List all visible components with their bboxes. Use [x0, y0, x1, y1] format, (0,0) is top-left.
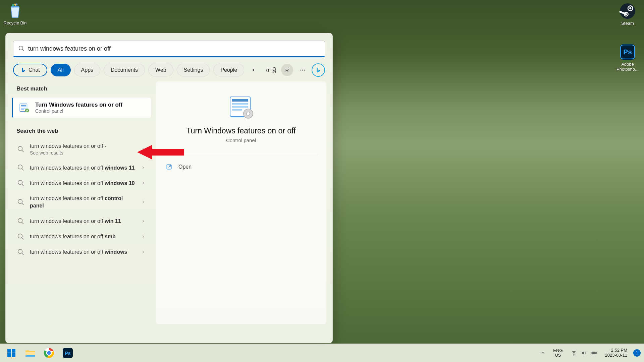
svg-point-24	[18, 165, 22, 169]
search-box[interactable]	[13, 41, 325, 57]
filter-apps[interactable]: Apps	[74, 64, 100, 76]
bing-icon	[20, 67, 26, 73]
control-panel-icon	[18, 102, 30, 113]
svg-line-25	[22, 169, 24, 171]
svg-point-14	[302, 70, 303, 71]
tray-overflow[interactable]	[537, 350, 548, 356]
preview-open-label: Open	[178, 164, 192, 170]
svg-line-33	[22, 237, 24, 239]
start-button[interactable]	[3, 346, 19, 360]
svg-rect-46	[12, 349, 15, 353]
taskbar-clock[interactable]: 2:52 PM 2023-03-11	[602, 348, 631, 358]
svg-point-3	[620, 3, 635, 19]
web-result[interactable]: turn windows features on or off windows …	[12, 175, 151, 191]
svg-rect-20	[21, 109, 24, 110]
photoshop-taskbar-icon: Ps	[62, 347, 73, 359]
wifi-icon	[571, 350, 577, 356]
open-icon	[166, 164, 172, 170]
best-match-result[interactable]: Turn Windows features on or off Control …	[12, 98, 151, 118]
recycle-bin[interactable]: Recycle Bin	[0, 2, 30, 25]
volume-icon	[581, 350, 587, 356]
notifications-badge[interactable]: 1	[633, 349, 641, 357]
filter-chat[interactable]: Chat	[13, 64, 47, 76]
svg-point-12	[273, 68, 276, 70]
start-search-panel: Chat All Apps Documents Web Settings Peo…	[5, 33, 333, 343]
more-options[interactable]	[297, 64, 309, 76]
taskbar-chrome[interactable]	[41, 346, 57, 360]
steam-shortcut[interactable]: Steam	[612, 3, 643, 26]
preview-app-icon	[227, 95, 255, 119]
best-match-title: Turn Windows features on or off	[35, 102, 122, 108]
chevron-right-icon	[141, 181, 146, 185]
web-result[interactable]: turn windows features on or off win 11	[12, 214, 151, 229]
battery-icon	[591, 350, 597, 356]
search-icon	[17, 248, 24, 256]
taskbar-file-explorer[interactable]	[22, 346, 38, 360]
svg-rect-38	[232, 103, 248, 105]
svg-line-35	[22, 253, 24, 255]
web-result[interactable]: turn windows features on or off - See we…	[12, 138, 151, 160]
svg-line-11	[22, 50, 24, 51]
lang-primary: ENG	[553, 348, 562, 353]
search-icon	[17, 164, 24, 171]
filter-more-scroll[interactable]	[248, 64, 260, 76]
lang-secondary: US	[553, 353, 562, 358]
web-result-text: turn windows features on or off windows	[30, 248, 136, 256]
steam-label: Steam	[612, 21, 643, 26]
web-result-text: turn windows features on or off smb	[30, 233, 136, 240]
rewards-badge[interactable]: 0	[266, 67, 278, 73]
filter-web[interactable]: Web	[148, 64, 173, 76]
search-icon	[17, 179, 24, 187]
web-result[interactable]: turn windows features on or off windows …	[12, 160, 151, 175]
web-result-text: turn windows features on or off windows …	[30, 180, 136, 187]
svg-rect-58	[596, 353, 597, 354]
svg-point-30	[18, 218, 22, 223]
filter-documents[interactable]: Documents	[104, 64, 145, 76]
svg-line-29	[22, 203, 24, 205]
web-result[interactable]: turn windows features on or off windows	[12, 244, 151, 260]
svg-rect-47	[7, 353, 11, 357]
svg-point-0	[12, 4, 14, 6]
svg-point-28	[18, 199, 22, 204]
recycle-bin-icon	[7, 2, 23, 19]
chevron-right-icon	[141, 219, 146, 224]
svg-point-42	[247, 112, 250, 115]
web-result-text: turn windows features on or off win 11	[30, 218, 136, 225]
best-match-header: Best match	[12, 81, 151, 96]
bing-button[interactable]	[312, 63, 325, 77]
search-icon	[18, 45, 25, 52]
svg-line-27	[22, 184, 24, 186]
svg-point-32	[18, 234, 22, 238]
language-indicator[interactable]: ENG US	[550, 348, 566, 358]
search-input[interactable]	[28, 45, 320, 52]
svg-rect-50	[25, 355, 35, 357]
chevron-up-icon	[540, 350, 545, 355]
svg-rect-45	[7, 349, 11, 353]
chrome-icon	[43, 347, 55, 359]
svg-point-5	[629, 7, 631, 9]
photoshop-shortcut[interactable]: Ps Adobe Photosho...	[612, 44, 643, 72]
filter-chat-label: Chat	[29, 67, 40, 73]
filter-all[interactable]: All	[51, 64, 71, 76]
clock-date: 2023-03-11	[605, 353, 628, 358]
search-filter-row: Chat All Apps Documents Web Settings Peo…	[6, 61, 332, 81]
filter-settings[interactable]: Settings	[177, 64, 210, 76]
preview-open-action[interactable]: Open	[164, 161, 318, 173]
user-avatar[interactable]: R	[281, 64, 293, 76]
search-icon	[17, 198, 24, 206]
web-result[interactable]: turn windows features on or off smb	[12, 229, 151, 244]
svg-point-34	[18, 249, 22, 253]
taskbar-photoshop[interactable]: Ps	[60, 346, 76, 360]
search-icon	[17, 218, 24, 225]
photoshop-label: Adobe Photosho...	[612, 62, 643, 72]
web-result[interactable]: turn windows features on or off control …	[12, 191, 151, 213]
svg-point-56	[573, 355, 574, 355]
svg-rect-17	[21, 105, 26, 106]
search-icon	[17, 233, 24, 240]
bing-logo-icon	[315, 67, 322, 73]
windows-logo-icon	[7, 348, 16, 358]
system-tray[interactable]	[568, 350, 600, 356]
recycle-bin-label: Recycle Bin	[0, 20, 30, 25]
preview-divider	[164, 154, 318, 154]
filter-people[interactable]: People	[213, 64, 244, 76]
